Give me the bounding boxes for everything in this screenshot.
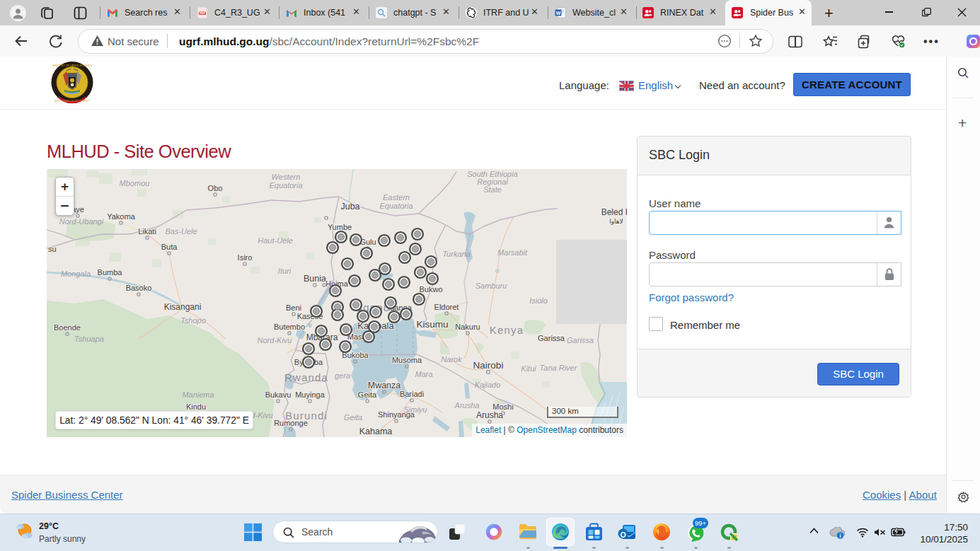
svg-text:Marsabit: Marsabit [497, 248, 528, 257]
svg-text:Kenya: Kenya [490, 324, 524, 336]
svg-text:Tshuapa: Tshuapa [74, 335, 104, 343]
svg-text:Eastern: Eastern [383, 193, 410, 202]
svg-text:Nairobi: Nairobi [473, 360, 504, 371]
svg-text:Kitui: Kitui [521, 364, 536, 373]
svg-text:Ituri: Ituri [278, 267, 292, 275]
svg-text:Juba: Juba [340, 202, 359, 211]
svg-text:Nord-Kivu: Nord-Kivu [258, 336, 292, 344]
svg-text:Arusha: Arusha [476, 410, 503, 420]
svg-text:Basoko: Basoko [126, 284, 152, 292]
svg-text:Equatoria: Equatoria [269, 181, 302, 190]
svg-text:Yumbe: Yumbe [328, 223, 352, 231]
svg-text:Buta: Buta [161, 243, 178, 251]
svg-text:Mara: Mara [415, 370, 432, 378]
svg-text:Isiolo: Isiolo [529, 296, 548, 305]
svg-text:Eldoret: Eldoret [434, 303, 459, 311]
svg-text:Mongala: Mongala [61, 269, 91, 278]
svg-text:Shinyanga: Shinyanga [378, 410, 415, 419]
svg-text:Samburu: Samburu [475, 282, 507, 290]
svg-text:Garissa: Garissa [567, 336, 594, 344]
svg-text:Obo: Obo [208, 184, 223, 192]
svg-text:Boende: Boende [54, 323, 81, 332]
svg-text:O: O [620, 530, 626, 539]
svg-text:Mbomou: Mbomou [120, 179, 150, 187]
svg-text:Maniema: Maniema [182, 390, 214, 399]
svg-text:PDF: PDF [200, 12, 205, 15]
svg-text:Bas-Uele: Bas-Uele [165, 227, 197, 236]
svg-text:Kindu: Kindu [186, 402, 206, 411]
svg-text:Bariadi: Bariadi [400, 390, 424, 398]
svg-text:Tshopo: Tshopo [180, 316, 206, 325]
svg-text:i: i [839, 533, 841, 539]
svg-text:Bumba: Bumba [98, 268, 123, 277]
svg-text:لاهاوا: لاهاوا [609, 218, 623, 225]
svg-text:Muyinga: Muyinga [295, 390, 325, 399]
svg-text:Turkana: Turkana [442, 250, 471, 258]
svg-text:Isiro: Isiro [238, 253, 253, 262]
svg-text:State: State [483, 185, 502, 194]
svg-text:Mwanza: Mwanza [368, 381, 401, 390]
svg-text:Nakuru: Nakuru [455, 323, 480, 331]
svg-text:Narok: Narok [441, 355, 462, 364]
svg-text:Bukwo: Bukwo [419, 285, 442, 294]
svg-text:Geita: Geita [358, 390, 377, 399]
svg-text:Western: Western [272, 173, 301, 181]
svg-text:Arusha: Arusha [454, 401, 480, 410]
svg-text:Rwanda: Rwanda [284, 371, 328, 383]
svg-text:Bunia: Bunia [304, 274, 326, 284]
svg-text:AND URBAN DEVELOPMENT: AND URBAN DEVELOPMENT [54, 100, 90, 103]
svg-text:Bukavu: Bukavu [265, 390, 292, 399]
svg-text:Tana River: Tana River [540, 364, 578, 372]
svg-text:MINISTRY OF LANDS, HOUSING: MINISTRY OF LANDS, HOUSING [53, 64, 92, 67]
svg-text:Yakoma: Yakoma [107, 212, 135, 221]
svg-text:Kisangani: Kisangani [164, 302, 202, 312]
svg-text:Nord-Ubangi: Nord-Ubangi [59, 217, 104, 226]
svg-text:gera: gera [335, 371, 350, 380]
svg-text:Kajiado: Kajiado [475, 381, 501, 389]
svg-text:W: W [556, 11, 561, 16]
svg-text:Kahama: Kahama [359, 427, 393, 436]
svg-text:Beled H: Beled H [601, 207, 627, 217]
svg-text:Garissa: Garissa [538, 334, 565, 342]
svg-text:su: su [48, 245, 57, 253]
svg-text:Haut-Uele: Haut-Uele [258, 236, 293, 245]
svg-text:Kisumu: Kisumu [416, 319, 448, 330]
svg-text:Beni: Beni [286, 303, 301, 312]
svg-text:Rumonge: Rumonge [274, 419, 308, 427]
svg-text:Butembo: Butembo [274, 323, 305, 331]
svg-text:Likati: Likati [138, 227, 156, 236]
svg-text:Geita: Geita [344, 413, 362, 422]
svg-text:Equatoria: Equatoria [379, 202, 413, 210]
svg-text:Musoma: Musoma [392, 356, 422, 364]
